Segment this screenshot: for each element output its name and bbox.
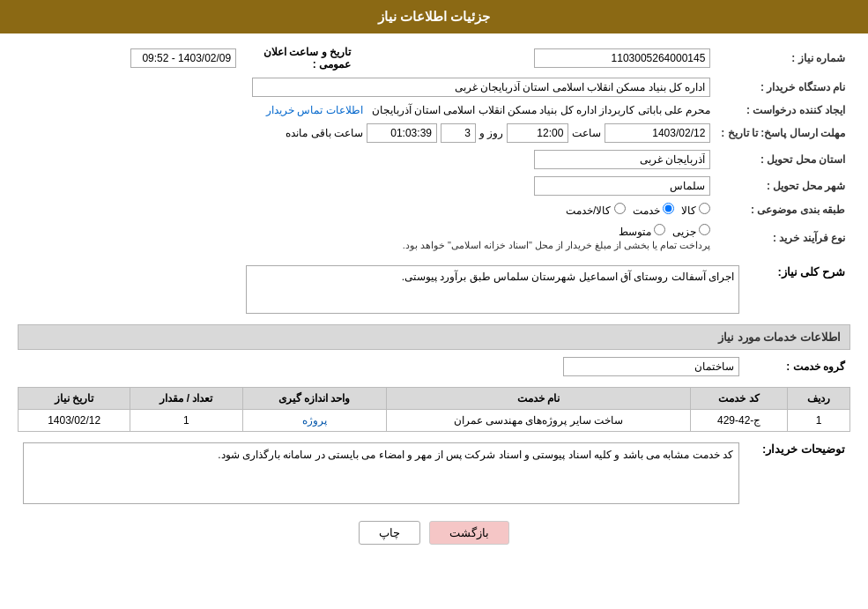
name-dastgah-label: نام دستگاه خریدار : (716, 74, 850, 100)
mohlat-date-input[interactable] (605, 123, 710, 143)
goroh-input[interactable] (563, 357, 739, 376)
cell-naam: ساخت سایر پروژه‌های مهندسی عمران (386, 410, 691, 432)
print-button[interactable]: چاپ (359, 521, 420, 545)
col-naam: نام خدمت (386, 388, 691, 410)
mohlat-rooz-input[interactable] (441, 123, 476, 143)
cell-tarikh: 1403/02/12 (19, 410, 130, 432)
tabaghe-kala[interactable]: کالا (681, 203, 710, 217)
ostan-label: استان محل تحویل : (716, 146, 850, 173)
col-kod: کد خدمت (691, 388, 788, 410)
tabaghe-label: طبقه بندی موضوعی : (716, 199, 850, 220)
mohlat-saat-label: ساعت (572, 127, 601, 139)
name-dastgah-input[interactable] (252, 78, 710, 97)
tozihat-value: کد خدمت مشابه می باشد و کلیه اسناد پیوست… (18, 439, 745, 508)
sharh-label: شرح کلی نیاز: (745, 262, 850, 317)
nooe-motovaset[interactable]: متوسط (619, 224, 665, 238)
col-tedad: تعداد / مقدار (130, 388, 242, 410)
tabaghe-khedmat[interactable]: خدمت (633, 203, 674, 217)
sharh-value: اجرای آسفالت روستای آق اسماعیل شهرستان س… (18, 262, 745, 317)
button-row: بازگشت چاپ (18, 521, 850, 545)
shahr-label: شهر محل تحویل : (716, 173, 850, 199)
ijad-label: ایجاد کننده درخواست : (716, 100, 850, 120)
tabaghe-options: کالا خدمت کالا/خدمت (18, 199, 716, 220)
cell-kod: ج-42-429 (691, 410, 788, 432)
page-title: جزئیات اطلاعات نیاز (378, 9, 490, 24)
shahr-input[interactable] (534, 176, 710, 196)
mohlat-saat-input[interactable] (507, 123, 568, 143)
cell-radif: 1 (787, 410, 849, 432)
khadamat-section-header: اطلاعات خدمات مورد نیاز (18, 324, 850, 350)
shomare-niaz-label: شماره نیاز : (716, 42, 850, 74)
goroh-value (18, 353, 745, 380)
ijad-link[interactable]: اطلاعات تماس خریدار (266, 104, 363, 116)
page-header: جزئیات اطلاعات نیاز (0, 0, 868, 33)
mohlat-baqi-input[interactable] (367, 123, 437, 143)
tabaghe-kala-khedmat[interactable]: کالا/خدمت (566, 203, 626, 217)
ostan-value (18, 146, 716, 173)
tarikh-label: تاریخ و ساعت اعلان عمومی : (241, 42, 356, 74)
mohlat-baqi-label: ساعت باقی مانده (286, 127, 363, 139)
tarikh-value (18, 42, 241, 74)
cell-vahed: پروژه (242, 410, 386, 432)
nooe-farayand-options: جزیی متوسط پرداخت تمام یا بخشی از مبلغ خ… (18, 220, 716, 255)
mohlat-label: مهلت ارسال پاسخ: تا تاریخ : (716, 120, 850, 146)
tozihat-label: توضیحات خریدار: (745, 439, 850, 508)
table-row: 1 ج-42-429 ساخت سایر پروژه‌های مهندسی عم… (19, 410, 850, 432)
services-table: ردیف کد خدمت نام خدمت واحد اندازه گیری ت… (18, 387, 850, 432)
name-dastgah-value (18, 74, 716, 100)
mohlat-row: ساعت روز و ساعت باقی مانده (18, 120, 716, 146)
shomare-niaz-value (356, 42, 716, 74)
vahed-link[interactable]: پروژه (302, 414, 327, 427)
tarikh-input[interactable] (130, 48, 236, 68)
shahr-value (18, 173, 716, 199)
goroh-label: گروه خدمت : (745, 353, 850, 380)
back-button[interactable]: بازگشت (429, 521, 509, 545)
nooe-farayand-note: پرداخت تمام یا بخشی از مبلغ خریدار از مح… (23, 240, 710, 251)
cell-tedad: 1 (130, 410, 242, 432)
mohlat-rooz-label: روز و (479, 127, 503, 139)
tozihat-box: کد خدمت مشابه می باشد و کلیه اسناد پیوست… (23, 442, 739, 504)
col-vahed: واحد اندازه گیری (242, 388, 386, 410)
col-tarikh: تاریخ نیاز (19, 388, 130, 410)
nooe-jozi[interactable]: جزیی (672, 224, 710, 238)
ostan-input[interactable] (534, 150, 710, 169)
sharh-box: اجرای آسفالت روستای آق اسماعیل شهرستان س… (246, 265, 739, 314)
shomare-niaz-input[interactable] (534, 48, 710, 68)
ijad-value: محرم علی باباتی کاربرداز اداره کل بنیاد … (372, 104, 711, 116)
col-radif: ردیف (787, 388, 849, 410)
nooe-farayand-label: نوع فرآیند خرید : (716, 220, 850, 255)
